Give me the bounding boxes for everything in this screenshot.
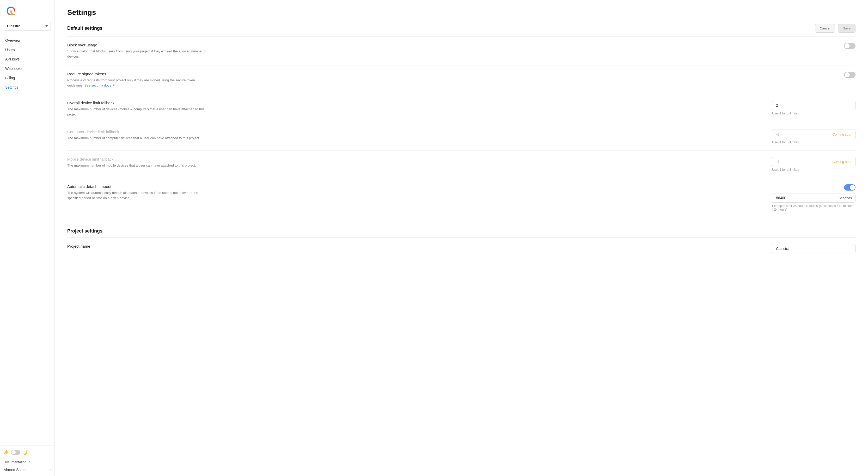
- project-name-control: [772, 244, 856, 253]
- overall-device-limit-input[interactable]: [772, 101, 856, 110]
- overall-device-limit-control: Use -1 for unlimited: [772, 101, 856, 115]
- main-nav: Overview Users API keys Webhooks Billing…: [0, 35, 55, 445]
- auto-detach-timeout-toggle[interactable]: [844, 184, 856, 191]
- project-name-row: Project name: [67, 238, 856, 260]
- documentation-link[interactable]: Documentation ↗: [4, 458, 51, 466]
- theme-toggle[interactable]: [11, 450, 20, 455]
- auto-detach-timeout-row: Automatic detach timeout The system will…: [67, 178, 856, 218]
- project-name-label: Project name: [67, 244, 208, 248]
- sidebar-item-billing[interactable]: Billing: [0, 73, 55, 83]
- overall-device-limit-hint: Use -1 for unlimited: [772, 112, 856, 115]
- overall-device-limit-desc: The maximum number of devices (mobile & …: [67, 106, 208, 117]
- block-over-usage-toggle[interactable]: [844, 43, 856, 49]
- default-settings-header: Default settings Cancel Save: [67, 24, 856, 36]
- mobile-device-limit-info: Mobile device limit fallback The maximum…: [67, 157, 208, 168]
- block-over-usage-row: Block over usage Show a dialog that bloc…: [67, 36, 856, 65]
- overall-device-limit-row: Overall device limit fallback The maximu…: [67, 94, 856, 123]
- block-over-usage-label: Block over usage: [67, 43, 208, 47]
- project-settings-header: Project settings: [67, 228, 856, 238]
- external-icon: ↗: [112, 84, 115, 87]
- computer-device-limit-control: Coming soon Use -1 for unlimited: [772, 130, 856, 144]
- mobile-device-limit-hint: Use -1 for unlimited: [772, 168, 856, 171]
- mobile-device-limit-label: Mobile device limit fallback: [67, 157, 208, 161]
- computer-device-limit-label: Computer device limit fallback: [67, 130, 208, 134]
- sidebar-bottom: ☀️ 🌙 Documentation ↗ Ahmed Saleh ›: [0, 445, 55, 476]
- sidebar-item-webhooks[interactable]: Webhooks: [0, 64, 55, 73]
- project-dropdown[interactable]: Classtra: [4, 22, 51, 31]
- mobile-device-limit-row: Mobile device limit fallback The maximum…: [67, 151, 856, 178]
- mobile-device-limit-desc: The maximum number of mobile devices tha…: [67, 163, 208, 168]
- auto-detach-timeout-desc: The system will automatically detach all…: [67, 190, 208, 200]
- require-signed-tokens-toggle[interactable]: [844, 72, 856, 78]
- computer-device-limit-hint: Use -1 for unlimited: [772, 140, 856, 144]
- computer-device-limit-row: Computer device limit fallback The maxim…: [67, 123, 856, 151]
- cancel-button[interactable]: Cancel: [815, 24, 835, 33]
- overall-device-limit-info: Overall device limit fallback The maximu…: [67, 101, 208, 117]
- theme-toggle-row: ☀️ 🌙: [4, 450, 51, 455]
- mobile-coming-soon-badge: Coming soon: [832, 160, 852, 164]
- block-over-usage-desc: Show a dialog that blocks users from usi…: [67, 49, 208, 59]
- project-name-input[interactable]: [772, 244, 856, 253]
- require-signed-tokens-row: Require signed tokens Process API reques…: [67, 65, 856, 94]
- auto-detach-timeout-control: Seconds Example: after 24 hours is 86400…: [772, 184, 856, 212]
- mobile-device-limit-control: Coming soon Use -1 for unlimited: [772, 157, 856, 171]
- default-settings-section: Default settings Cancel Save Block over …: [67, 24, 856, 218]
- logo-area: [0, 0, 55, 22]
- project-selector[interactable]: Classtra: [0, 22, 55, 35]
- external-link-icon: ↗: [28, 460, 31, 464]
- overall-device-limit-wrap: Use -1 for unlimited: [772, 101, 856, 115]
- block-over-usage-control: [772, 43, 856, 49]
- auto-detach-hint: Example: after 24 hours is 86400 (60 sec…: [772, 204, 856, 212]
- require-signed-tokens-desc: Process API requests from your project o…: [67, 78, 208, 88]
- seconds-unit-label: Seconds: [839, 196, 852, 200]
- main-content: Settings Default settings Cancel Save Bl…: [55, 0, 868, 476]
- auto-detach-timeout-label: Automatic detach timeout: [67, 184, 208, 189]
- overall-device-limit-label: Overall device limit fallback: [67, 101, 208, 105]
- require-signed-tokens-control: [772, 72, 856, 78]
- auto-detach-timeout-info: Automatic detach timeout The system will…: [67, 184, 208, 200]
- auto-detach-seconds-wrap: Seconds: [772, 193, 856, 202]
- default-settings-title: Default settings: [67, 26, 102, 31]
- computer-device-limit-desc: The maximum number of computer devices t…: [67, 135, 208, 141]
- computer-device-limit-wrap: Coming soon: [772, 130, 856, 139]
- computer-device-limit-info: Computer device limit fallback The maxim…: [67, 130, 208, 141]
- sidebar-item-users[interactable]: Users: [0, 45, 55, 55]
- page-title: Settings: [67, 8, 856, 17]
- sidebar: Classtra Overview Users API keys Webhook…: [0, 0, 55, 476]
- project-name-info: Project name: [67, 244, 208, 250]
- sidebar-item-api-keys[interactable]: API keys: [0, 55, 55, 64]
- user-menu[interactable]: Ahmed Saleh ›: [4, 466, 51, 472]
- computer-coming-soon-badge: Coming soon: [832, 132, 852, 136]
- require-signed-tokens-label: Require signed tokens: [67, 72, 208, 76]
- block-over-usage-info: Block over usage Show a dialog that bloc…: [67, 43, 208, 59]
- sun-icon: ☀️: [4, 450, 9, 455]
- save-button[interactable]: Save: [838, 24, 856, 33]
- chevron-right-icon: ›: [50, 468, 51, 472]
- mobile-device-limit-wrap: Coming soon: [772, 157, 856, 166]
- app-logo: [5, 5, 17, 17]
- sidebar-item-settings[interactable]: Settings: [0, 83, 55, 92]
- header-actions: Cancel Save: [815, 24, 856, 33]
- moon-icon: 🌙: [23, 450, 28, 455]
- project-settings-title: Project settings: [67, 228, 102, 234]
- project-settings-section: Project settings Project name: [67, 228, 856, 260]
- security-docs-link[interactable]: See security docs: [85, 84, 111, 87]
- require-signed-tokens-info: Require signed tokens Process API reques…: [67, 72, 208, 88]
- sidebar-item-overview[interactable]: Overview: [0, 36, 55, 45]
